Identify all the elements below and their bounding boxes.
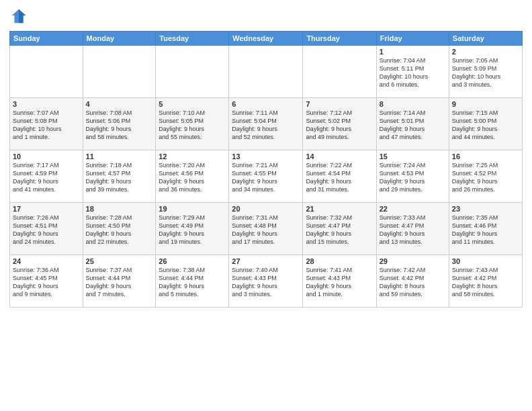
calendar-cell — [303, 46, 376, 98]
day-info: Sunrise: 7:04 AM Sunset: 5:11 PM Dayligh… — [380, 56, 446, 89]
calendar-cell: 9Sunrise: 7:15 AM Sunset: 5:00 PM Daylig… — [449, 98, 522, 150]
calendar-header-sunday: Sunday — [10, 32, 83, 46]
calendar-cell: 1Sunrise: 7:04 AM Sunset: 5:11 PM Daylig… — [376, 46, 449, 98]
calendar-cell: 12Sunrise: 7:20 AM Sunset: 4:56 PM Dayli… — [156, 150, 229, 203]
calendar-cell: 22Sunrise: 7:33 AM Sunset: 4:47 PM Dayli… — [376, 203, 449, 255]
day-info: Sunrise: 7:22 AM Sunset: 4:54 PM Dayligh… — [306, 161, 373, 194]
calendar-cell: 4Sunrise: 7:08 AM Sunset: 5:06 PM Daylig… — [83, 98, 156, 150]
calendar-cell: 14Sunrise: 7:22 AM Sunset: 4:54 PM Dayli… — [303, 150, 376, 203]
day-info: Sunrise: 7:20 AM Sunset: 4:56 PM Dayligh… — [159, 161, 226, 194]
day-number: 3 — [13, 100, 80, 108]
day-number: 23 — [452, 205, 519, 213]
calendar-header-saturday: Saturday — [449, 32, 522, 46]
calendar-cell: 6Sunrise: 7:11 AM Sunset: 5:04 PM Daylig… — [229, 98, 303, 150]
day-info: Sunrise: 7:37 AM Sunset: 4:44 PM Dayligh… — [86, 266, 153, 299]
calendar-week-row: 10Sunrise: 7:17 AM Sunset: 4:59 PM Dayli… — [10, 150, 523, 203]
day-number: 27 — [232, 257, 300, 265]
calendar-cell — [229, 46, 303, 98]
day-number: 14 — [306, 152, 373, 161]
day-number: 24 — [13, 257, 80, 265]
day-number: 28 — [306, 257, 373, 265]
calendar-cell: 7Sunrise: 7:12 AM Sunset: 5:02 PM Daylig… — [303, 98, 376, 150]
calendar-cell: 25Sunrise: 7:37 AM Sunset: 4:44 PM Dayli… — [83, 255, 156, 308]
calendar-week-row: 3Sunrise: 7:07 AM Sunset: 5:08 PM Daylig… — [10, 98, 523, 150]
day-info: Sunrise: 7:36 AM Sunset: 4:45 PM Dayligh… — [13, 266, 80, 299]
day-number: 8 — [380, 100, 446, 108]
calendar-cell: 29Sunrise: 7:42 AM Sunset: 4:42 PM Dayli… — [376, 255, 449, 308]
day-info: Sunrise: 7:24 AM Sunset: 4:53 PM Dayligh… — [380, 161, 446, 194]
calendar-cell: 30Sunrise: 7:43 AM Sunset: 4:42 PM Dayli… — [449, 255, 522, 308]
day-number: 7 — [306, 100, 373, 108]
calendar-cell: 10Sunrise: 7:17 AM Sunset: 4:59 PM Dayli… — [10, 150, 83, 203]
day-info: Sunrise: 7:15 AM Sunset: 5:00 PM Dayligh… — [452, 109, 519, 142]
day-info: Sunrise: 7:28 AM Sunset: 4:50 PM Dayligh… — [86, 214, 153, 246]
day-info: Sunrise: 7:14 AM Sunset: 5:01 PM Dayligh… — [380, 109, 446, 142]
calendar-cell: 16Sunrise: 7:25 AM Sunset: 4:52 PM Dayli… — [449, 150, 522, 203]
calendar-cell — [83, 46, 156, 98]
calendar-cell: 20Sunrise: 7:31 AM Sunset: 4:48 PM Dayli… — [229, 203, 303, 255]
svg-marker-1 — [19, 9, 26, 24]
calendar-header-monday: Monday — [83, 32, 156, 46]
day-number: 5 — [159, 100, 226, 108]
day-info: Sunrise: 7:05 AM Sunset: 5:09 PM Dayligh… — [452, 56, 519, 89]
day-info: Sunrise: 7:35 AM Sunset: 4:46 PM Dayligh… — [452, 214, 519, 246]
calendar-cell: 17Sunrise: 7:26 AM Sunset: 4:51 PM Dayli… — [10, 203, 83, 255]
calendar-cell: 8Sunrise: 7:14 AM Sunset: 5:01 PM Daylig… — [376, 98, 449, 150]
calendar-header-row: SundayMondayTuesdayWednesdayThursdayFrid… — [10, 32, 523, 46]
page-header — [9, 7, 523, 26]
day-number: 1 — [380, 48, 446, 56]
calendar-cell: 13Sunrise: 7:21 AM Sunset: 4:55 PM Dayli… — [229, 150, 303, 203]
day-number: 19 — [159, 205, 226, 213]
calendar-week-row: 17Sunrise: 7:26 AM Sunset: 4:51 PM Dayli… — [10, 203, 523, 255]
day-number: 16 — [452, 152, 519, 161]
day-info: Sunrise: 7:18 AM Sunset: 4:57 PM Dayligh… — [86, 161, 153, 194]
day-number: 9 — [452, 100, 519, 108]
day-number: 4 — [86, 100, 153, 108]
day-number: 30 — [452, 257, 519, 265]
day-info: Sunrise: 7:12 AM Sunset: 5:02 PM Dayligh… — [306, 109, 373, 142]
calendar-cell: 19Sunrise: 7:29 AM Sunset: 4:49 PM Dayli… — [156, 203, 229, 255]
calendar-cell: 2Sunrise: 7:05 AM Sunset: 5:09 PM Daylig… — [449, 46, 522, 98]
day-info: Sunrise: 7:10 AM Sunset: 5:05 PM Dayligh… — [159, 109, 226, 142]
day-number: 10 — [13, 152, 80, 161]
day-info: Sunrise: 7:07 AM Sunset: 5:08 PM Dayligh… — [13, 109, 80, 142]
day-info: Sunrise: 7:21 AM Sunset: 4:55 PM Dayligh… — [232, 161, 300, 194]
day-info: Sunrise: 7:33 AM Sunset: 4:47 PM Dayligh… — [380, 214, 446, 246]
day-info: Sunrise: 7:32 AM Sunset: 4:47 PM Dayligh… — [306, 214, 373, 246]
calendar-cell: 27Sunrise: 7:40 AM Sunset: 4:43 PM Dayli… — [229, 255, 303, 308]
calendar-cell: 11Sunrise: 7:18 AM Sunset: 4:57 PM Dayli… — [83, 150, 156, 203]
day-number: 6 — [232, 100, 300, 108]
calendar-cell: 3Sunrise: 7:07 AM Sunset: 5:08 PM Daylig… — [10, 98, 83, 150]
calendar-cell: 21Sunrise: 7:32 AM Sunset: 4:47 PM Dayli… — [303, 203, 376, 255]
calendar-table: SundayMondayTuesdayWednesdayThursdayFrid… — [9, 31, 523, 308]
day-info: Sunrise: 7:43 AM Sunset: 4:42 PM Dayligh… — [452, 266, 519, 299]
calendar-week-row: 1Sunrise: 7:04 AM Sunset: 5:11 PM Daylig… — [10, 46, 523, 98]
day-info: Sunrise: 7:40 AM Sunset: 4:43 PM Dayligh… — [232, 266, 300, 299]
day-info: Sunrise: 7:38 AM Sunset: 4:44 PM Dayligh… — [159, 266, 226, 299]
calendar-cell — [10, 46, 83, 98]
day-number: 17 — [13, 205, 80, 213]
day-number: 21 — [306, 205, 373, 213]
calendar-header-tuesday: Tuesday — [156, 32, 229, 46]
day-info: Sunrise: 7:26 AM Sunset: 4:51 PM Dayligh… — [13, 214, 80, 246]
calendar-header-wednesday: Wednesday — [229, 32, 303, 46]
day-number: 15 — [380, 152, 446, 161]
day-number: 26 — [159, 257, 226, 265]
day-number: 29 — [380, 257, 446, 265]
calendar-cell — [156, 46, 229, 98]
calendar-cell: 18Sunrise: 7:28 AM Sunset: 4:50 PM Dayli… — [83, 203, 156, 255]
day-info: Sunrise: 7:17 AM Sunset: 4:59 PM Dayligh… — [13, 161, 80, 194]
logo — [9, 7, 31, 26]
day-number: 2 — [452, 48, 519, 56]
calendar-cell: 5Sunrise: 7:10 AM Sunset: 5:05 PM Daylig… — [156, 98, 229, 150]
day-number: 18 — [86, 205, 153, 213]
day-info: Sunrise: 7:31 AM Sunset: 4:48 PM Dayligh… — [232, 214, 300, 246]
calendar-header-friday: Friday — [376, 32, 449, 46]
logo-icon — [9, 7, 28, 26]
day-info: Sunrise: 7:29 AM Sunset: 4:49 PM Dayligh… — [159, 214, 226, 246]
day-number: 11 — [86, 152, 153, 161]
calendar-cell: 23Sunrise: 7:35 AM Sunset: 4:46 PM Dayli… — [449, 203, 522, 255]
day-number: 12 — [159, 152, 226, 161]
day-number: 25 — [86, 257, 153, 265]
calendar-cell: 28Sunrise: 7:41 AM Sunset: 4:43 PM Dayli… — [303, 255, 376, 308]
